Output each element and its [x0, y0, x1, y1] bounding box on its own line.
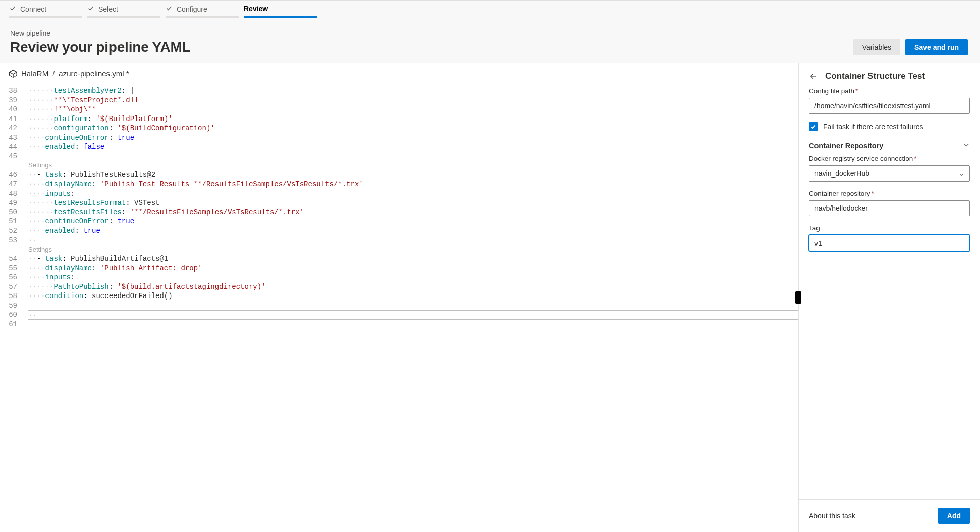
code-line[interactable]: ····enabled: true [28, 226, 798, 236]
line-number: 57 [0, 282, 24, 292]
line-number: 38 [0, 86, 24, 96]
tag-input[interactable] [809, 235, 970, 251]
line-number: 40 [0, 105, 24, 114]
line-number: 59 [0, 301, 24, 311]
line-number: 48 [0, 189, 24, 199]
editor-pane: HalaRM / azure-pipelines.yml * 383940414… [0, 63, 798, 532]
wizard-step-label: Connect [20, 5, 46, 13]
chevron-down-icon [963, 141, 970, 150]
save-and-run-button[interactable]: Save and run [905, 39, 968, 55]
check-icon [166, 5, 173, 13]
fail-task-checkbox[interactable] [809, 122, 818, 131]
line-number: 43 [0, 133, 24, 143]
code-line[interactable]: ··- task: PublishTestResults@2 [28, 170, 798, 180]
breadcrumb-sep: / [52, 69, 55, 78]
repo-icon [9, 70, 17, 78]
line-number: 41 [0, 114, 24, 124]
wizard-stepper: ConnectSelectConfigureReview [0, 0, 980, 18]
add-button[interactable]: Add [938, 508, 970, 524]
code-line[interactable]: ····enabled: false [28, 142, 798, 152]
code-line[interactable]: ····continueOnError: true [28, 133, 798, 143]
code-line[interactable]: ····displayName: 'Publish Artifact: drop… [28, 264, 798, 273]
line-number: 58 [0, 291, 24, 301]
code-line[interactable] [28, 301, 798, 311]
check-icon [9, 5, 16, 13]
file-name: azure-pipelines.yml * [59, 69, 129, 78]
repo-name[interactable]: HalaRM [21, 69, 48, 78]
line-number: 46 [0, 170, 24, 180]
title-row: New pipeline Review your pipeline YAML V… [0, 18, 980, 63]
line-number: 53 [0, 235, 24, 245]
code-line[interactable]: ····inputs: [28, 189, 798, 199]
panel-title: Container Structure Test [825, 71, 925, 81]
wizard-step-label: Select [98, 5, 118, 13]
wizard-step-label: Review [244, 5, 268, 13]
code-line[interactable]: ······platform: '$(BuildPlatform)' [28, 114, 798, 124]
line-number: 45 [0, 152, 24, 161]
container-repo-label: Container repository* [809, 190, 970, 197]
line-number: 60 [0, 310, 24, 320]
code-line[interactable]: ······**\*TestProject*.dll [28, 96, 798, 105]
code-line[interactable]: ·· [28, 310, 798, 320]
code-line[interactable]: ······configuration: '$(BuildConfigurati… [28, 124, 798, 133]
container-repository-section[interactable]: Container Repository [809, 139, 970, 155]
code-line[interactable]: ······testAssemblyVer2: | [28, 86, 798, 96]
file-breadcrumb: HalaRM / azure-pipelines.yml * [0, 63, 798, 84]
config-path-input[interactable] [809, 98, 970, 114]
container-repository-section-label: Container Repository [809, 142, 883, 150]
code-line[interactable]: ······PathtoPublish: '$(build.artifactst… [28, 282, 798, 292]
container-repo-input[interactable] [809, 200, 970, 216]
line-number: 54 [0, 254, 24, 264]
code-line[interactable]: ····condition: succeededOrFailed() [28, 291, 798, 301]
code-line[interactable] [28, 152, 798, 161]
line-number: 47 [0, 180, 24, 189]
code-line[interactable]: ····inputs: [28, 273, 798, 282]
docker-conn-select[interactable] [809, 165, 970, 182]
line-number: 52 [0, 226, 24, 236]
line-number: 50 [0, 208, 24, 217]
tag-label: Tag [809, 224, 970, 232]
code-line[interactable]: ······!**\obj\** [28, 105, 798, 114]
line-number: 49 [0, 198, 24, 208]
breadcrumb: New pipeline [10, 29, 191, 37]
line-number: 61 [0, 320, 24, 329]
code-line[interactable]: ··- task: PublishBuildArtifacts@1 [28, 254, 798, 264]
line-number: 56 [0, 273, 24, 282]
code-line[interactable] [28, 320, 798, 329]
codelens-settings[interactable]: Settings [28, 245, 798, 255]
docker-conn-label: Docker registry service connection* [809, 155, 970, 162]
line-number: 55 [0, 264, 24, 273]
line-number: 44 [0, 142, 24, 152]
variables-button[interactable]: Variables [853, 39, 900, 55]
check-icon [87, 5, 94, 13]
fail-task-checkbox-label: Fail task if there are test failures [823, 123, 923, 131]
wizard-step-connect[interactable]: Connect [9, 5, 82, 18]
page-title: Review your pipeline YAML [10, 39, 191, 55]
line-number: 39 [0, 96, 24, 105]
wizard-step-review[interactable]: Review [244, 5, 317, 18]
codelens-settings[interactable]: Settings [28, 161, 798, 170]
back-arrow-icon[interactable] [809, 72, 818, 81]
resize-handle[interactable] [795, 291, 801, 304]
code-line[interactable]: ······testResultsFormat: VSTest [28, 198, 798, 208]
code-line[interactable]: ····continueOnError: true [28, 217, 798, 226]
code-line[interactable]: ····displayName: 'Publish Test Results *… [28, 180, 798, 189]
code-line[interactable]: ·· [28, 235, 798, 245]
config-path-label: Config file path* [809, 87, 970, 95]
yaml-editor[interactable]: 3839404142434445 4647484950515253 545556… [0, 84, 798, 532]
wizard-step-label: Configure [177, 5, 207, 13]
line-number: 42 [0, 124, 24, 133]
wizard-step-configure[interactable]: Configure [166, 5, 239, 18]
about-task-link[interactable]: About this task [809, 512, 855, 520]
task-assistant-panel: Container Structure Test Config file pat… [798, 63, 980, 532]
line-number: 51 [0, 217, 24, 226]
code-line[interactable]: ······testResultsFiles: '**/ResultsFileS… [28, 208, 798, 217]
wizard-step-select[interactable]: Select [87, 5, 160, 18]
